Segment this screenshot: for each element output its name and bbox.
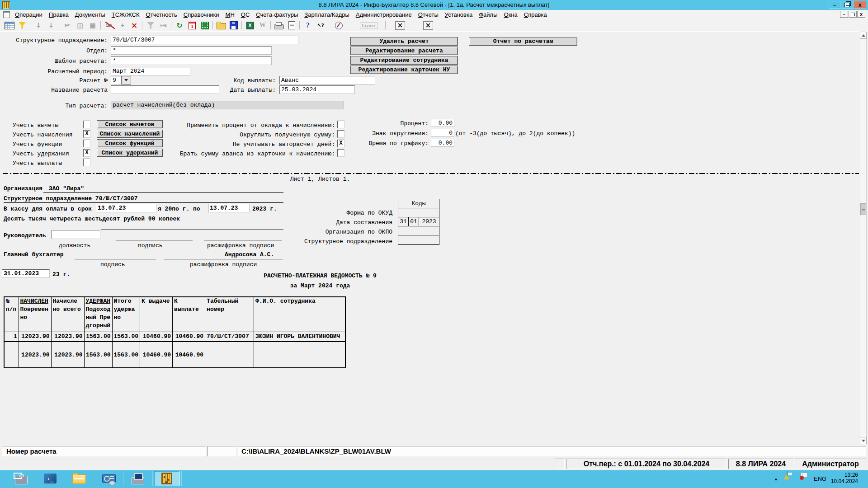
delete-button[interactable]: × [128,20,140,30]
toggle-x1-button[interactable]: × [394,20,406,30]
tray-action-center-button[interactable] [801,473,802,488]
pay-code-input[interactable] [279,76,375,84]
list-functions-button[interactable]: Список функций [97,139,163,147]
taskbar-infobuh-active[interactable] [154,471,180,486]
open-button[interactable] [215,20,227,30]
menu-item-help[interactable]: Справка [521,11,550,18]
menu-item-invoices[interactable]: Счета-фактуры [253,11,301,18]
export-word-button[interactable]: W [257,20,269,30]
garant-text-button[interactable]: Гарант [356,20,382,30]
mdi-close-button[interactable]: x [857,11,865,18]
taskbar-separator [152,471,152,486]
pay-term-date2-input[interactable]: 13.07.23 [208,204,250,212]
table-view-button[interactable] [4,20,15,30]
menu-item-setup[interactable]: Установка [442,11,476,18]
fill-button[interactable] [145,20,156,30]
opt-functions-checkbox[interactable] [83,140,90,147]
fill-ab-button[interactable]: A+B [157,20,169,30]
list-deductions-button[interactable]: Список вычетов [97,120,163,128]
struct-subdiv-input[interactable] [111,36,298,44]
copy-button[interactable]: ▣ [87,20,99,30]
opt-withholdings-checkbox[interactable]: X [83,149,90,157]
add-button[interactable]: + [117,20,128,30]
template-input[interactable] [111,56,272,65]
preview-document-icon [288,21,295,29]
taskbar-file-explorer[interactable] [66,471,92,486]
menu-item-operations[interactable]: Операции [12,11,46,18]
export-excel-button[interactable]: X [244,20,256,30]
conversion-button[interactable]: 180 [103,20,115,30]
scroll-down-button[interactable] [860,437,867,444]
save-button[interactable] [228,20,240,30]
pay-term-date1-input[interactable]: 13.07.23 [96,204,156,212]
opt-accruals-checkbox[interactable]: X [83,130,90,138]
report-by-calcs-button[interactable]: Отчет по расчетам [469,37,577,46]
list-withholdings-button[interactable]: Список удержаний [97,149,163,157]
taskbar-separator [123,471,123,486]
pay-date-input[interactable] [279,85,355,94]
menu-item-edit[interactable]: Правка [46,11,72,18]
tray-language-button[interactable]: ENG [814,475,826,488]
taskbar-powershell[interactable]: ›_ [37,471,63,486]
menu-item-salary-hr[interactable]: Зарплата/Кадры [301,11,353,18]
menu-item-reports[interactable]: Отчеты [415,11,442,18]
period-input[interactable] [111,67,190,75]
edit-employee-button[interactable]: Редактирование сотрудника [350,56,458,65]
help-button[interactable]: ? [302,20,314,30]
print-button[interactable] [273,20,285,30]
okpo-cell [398,226,439,235]
head-position-input[interactable] [52,230,100,239]
opt-payments-checkbox[interactable] [83,159,90,166]
calc-no-input[interactable] [111,76,122,84]
minimize-button[interactable]: – [829,1,840,9]
menu-item-administration[interactable]: Администрирование [353,11,415,18]
merge-button[interactable]: ◫ [74,20,86,30]
delete-calc-button[interactable]: Удалить расчет [350,37,458,46]
vertical-scrollbar[interactable] [860,32,867,444]
cut-button[interactable]: ✂ [61,20,73,30]
print-preview-button[interactable] [286,20,297,30]
edit-calc-button[interactable]: Редактирование расчета [350,47,458,55]
list-accruals-button[interactable]: Список начислений [97,130,163,138]
taskbar-server-manager[interactable] [8,471,34,486]
calendar-button[interactable]: 1 [186,20,198,30]
taskbar-control-panel[interactable] [96,471,122,486]
percent-input[interactable] [431,119,454,127]
menu-item-tsj-jsk[interactable]: ТСЖ/ЖСК [108,11,143,18]
mdi-document-icon[interactable] [3,11,10,18]
mdi-restore-button[interactable] [849,11,857,18]
edit-nu-cards-button[interactable]: Редактирование карточек НУ [350,66,458,74]
menu-item-references[interactable]: Справочники [180,11,222,18]
menu-item-files[interactable]: Файлы [476,11,500,18]
taskbar-computer-management[interactable] [125,471,151,486]
calculator-button[interactable] [199,20,211,30]
calc-no-dropdown-button[interactable] [121,76,131,84]
mdi-minimize-button[interactable]: – [840,11,848,18]
menu-item-os[interactable]: ОС [238,11,253,18]
restore-button[interactable] [841,1,853,9]
round-sign-input[interactable] [431,129,454,137]
opt-deductions-checkbox[interactable] [83,121,90,128]
scrollbar-thumb[interactable] [860,203,866,215]
menu-item-reporting[interactable]: Отчетность [143,11,180,18]
scroll-up-button[interactable] [860,32,867,39]
context-help-button[interactable]: ↖? [315,20,326,30]
tray-expand-button[interactable]: ▲ [774,475,778,488]
tray-clock[interactable]: 13:26 10.04.2024 [829,472,858,488]
refresh-button[interactable]: ↻ [174,20,185,30]
menu-item-windows[interactable]: Окна [501,11,521,18]
opt-advance-checkbox[interactable] [337,149,344,157]
tray-network-button[interactable] [787,472,788,488]
schedule-time-input[interactable] [431,139,454,147]
garant-button[interactable] [333,20,344,30]
opt-autodays-label: Не учитывать авторасчет дней: [177,141,335,148]
sort-desc-button[interactable]: ↓ [45,20,57,30]
close-button[interactable]: x [854,1,866,9]
filter-button[interactable] [16,20,28,30]
menu-item-documents[interactable]: Документы [72,11,108,18]
sort-asc-button[interactable]: ↓ [33,20,44,30]
word-icon: W [259,22,266,29]
menu-item-mn[interactable]: МН [222,11,238,18]
toggle-x2-button[interactable]: × [422,20,434,30]
dept-input[interactable] [111,46,272,55]
